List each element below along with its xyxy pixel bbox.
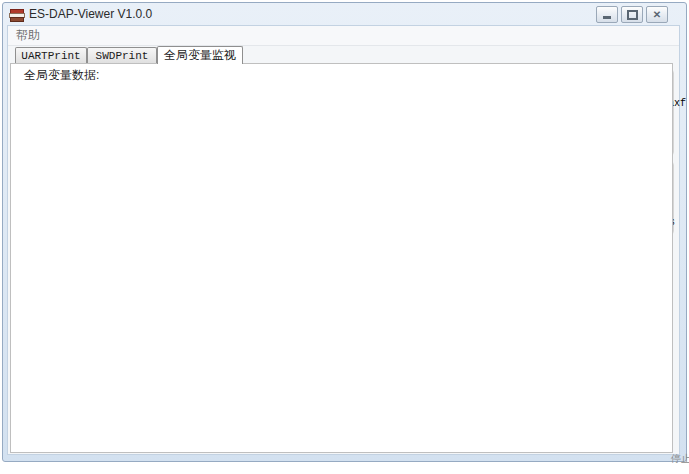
minimize-icon <box>603 16 611 19</box>
group-label: 全局变量数据: <box>21 67 102 84</box>
menu-item-help[interactable]: 帮助 <box>16 27 40 44</box>
client-area: 帮助 UARTPrint SWDPrint 全局变量监视 全局变量数据: 100… <box>7 25 680 455</box>
menu-bar: 帮助 <box>8 26 679 46</box>
tab-swdprint[interactable]: SWDPrint <box>87 47 157 63</box>
window-title: ES-DAP-Viewer V1.0.0 <box>29 7 152 21</box>
maximize-icon <box>627 10 638 20</box>
title-bar[interactable]: ES-DAP-Viewer V1.0.0 ✕ <box>3 3 686 25</box>
app-window: ES-DAP-Viewer V1.0.0 ✕ 帮助 UARTPrint SWDP… <box>2 2 687 462</box>
tab-global-variable-monitor[interactable]: 全局变量监视 <box>157 46 243 64</box>
close-icon: ✕ <box>653 10 661 20</box>
minimize-button[interactable] <box>596 6 618 23</box>
maximize-button[interactable] <box>621 6 643 23</box>
tab-page <box>10 63 673 453</box>
close-button[interactable]: ✕ <box>646 6 668 23</box>
app-icon <box>9 8 24 21</box>
tab-uartprint[interactable]: UARTPrint <box>15 47 87 63</box>
background-window-fragment: 停止 <box>671 452 689 466</box>
